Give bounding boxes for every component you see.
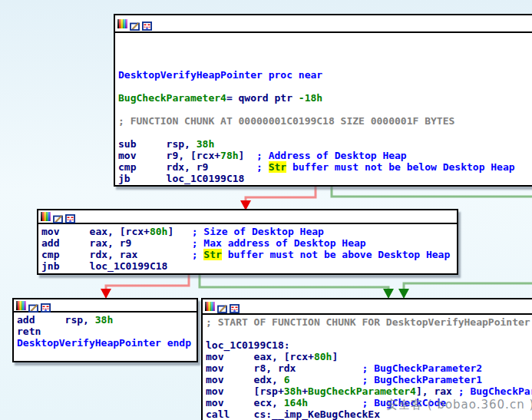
node-title-bar[interactable] [203, 299, 532, 315]
node-title-bar[interactable] [115, 15, 532, 33]
node-title-bar[interactable] [38, 210, 457, 224]
group-node-icon[interactable] [41, 301, 51, 310]
edit-comment-icon[interactable] [53, 212, 63, 221]
bugcheck-block[interactable]: ; START OF FUNCTION CHUNK FOR DesktopVer… [201, 298, 532, 420]
group-node-icon[interactable] [230, 302, 240, 311]
node-title-bar[interactable] [14, 299, 197, 313]
group-node-icon[interactable] [65, 212, 75, 221]
disassembly-code[interactable]: ; START OF FUNCTION CHUNK FOR DesktopVer… [203, 315, 532, 420]
disassembly-code[interactable]: add rsp, 38hretnDesktopVerifyHeapPointer… [14, 313, 197, 360]
palette-icon[interactable] [205, 302, 215, 311]
entry-block[interactable]: DesktopVerifyHeapPointer proc near BugCh… [114, 14, 532, 187]
palette-icon[interactable] [117, 19, 127, 28]
upper-bound-check-block[interactable]: mov eax, [rcx+80h] ; Size of Desktop Hea… [37, 209, 458, 275]
disassembly-code[interactable]: DesktopVerifyHeapPointer proc near BugCh… [115, 33, 532, 184]
edit-comment-icon[interactable] [217, 302, 227, 311]
palette-icon[interactable] [41, 212, 51, 221]
group-node-icon[interactable] [142, 19, 152, 28]
edit-comment-icon[interactable] [28, 301, 38, 310]
disassembly-code[interactable]: mov eax, [rcx+80h] ; Size of Desktop Hea… [38, 224, 457, 272]
palette-icon[interactable] [16, 301, 26, 310]
return-block[interactable]: add rsp, 38hretnDesktopVerifyHeapPointer… [12, 298, 198, 362]
edit-comment-icon[interactable] [130, 19, 140, 28]
graph-canvas[interactable]: DesktopVerifyHeapPointer proc near BugCh… [0, 0, 532, 420]
